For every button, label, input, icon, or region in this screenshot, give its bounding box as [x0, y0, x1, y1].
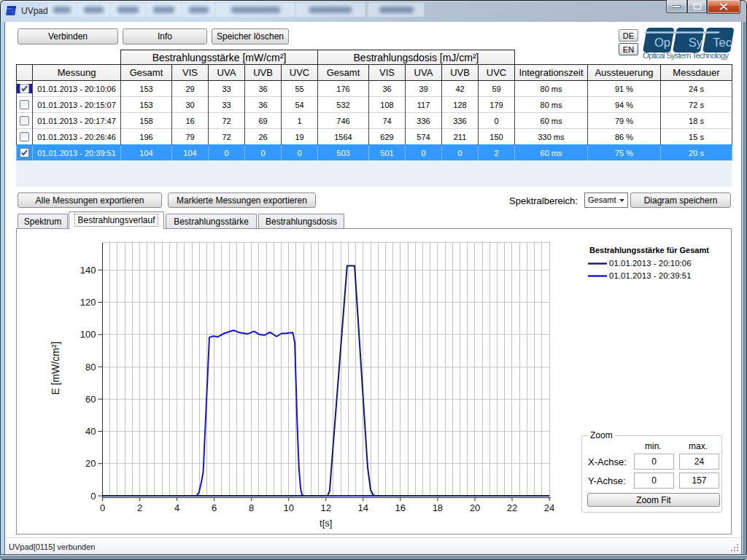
svg-text:8: 8 — [249, 502, 254, 513]
svg-text:Op: Op — [654, 36, 670, 49]
svg-text:20: 20 — [470, 502, 480, 513]
svg-text:2: 2 — [137, 502, 142, 513]
svg-text:80: 80 — [85, 362, 96, 373]
svg-text:4: 4 — [174, 502, 179, 513]
svg-text:Sy: Sy — [689, 36, 703, 49]
svg-text:40: 40 — [85, 426, 96, 437]
svg-text:120: 120 — [80, 297, 96, 308]
svg-text:12: 12 — [321, 502, 331, 513]
svg-text:140: 140 — [80, 265, 96, 276]
svg-text:60: 60 — [85, 394, 96, 405]
svg-text:6: 6 — [212, 502, 217, 513]
svg-text:22: 22 — [507, 502, 517, 513]
svg-text:14: 14 — [358, 502, 368, 513]
svg-text:E [mW/cm²]: E [mW/cm²] — [50, 341, 61, 394]
svg-text:16: 16 — [395, 502, 406, 513]
svg-text:0: 0 — [100, 502, 105, 513]
svg-text:20: 20 — [85, 458, 96, 469]
svg-text:t[s]: t[s] — [320, 518, 332, 529]
svg-text:Tec: Tec — [713, 36, 732, 49]
svg-text:100: 100 — [80, 329, 96, 340]
svg-text:18: 18 — [433, 502, 443, 513]
svg-text:0: 0 — [90, 491, 96, 502]
svg-text:24: 24 — [544, 502, 554, 513]
svg-text:10: 10 — [283, 502, 293, 513]
